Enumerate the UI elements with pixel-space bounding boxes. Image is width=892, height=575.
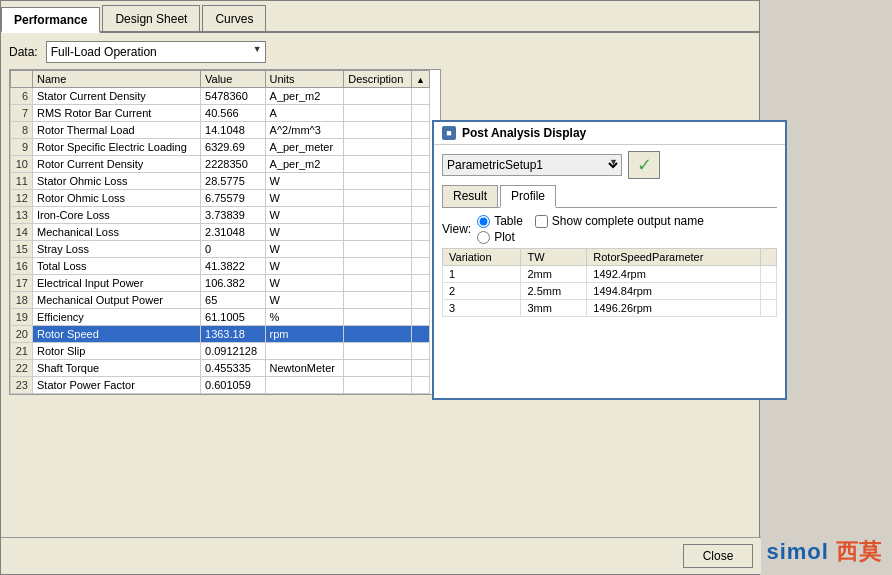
table-row[interactable]: 11 Stator Ohmic Loss 28.5775 W [11,173,430,190]
bottom-bar: Close [1,537,761,574]
table-row[interactable]: 6 Stator Current Density 5478360 A_per_m… [11,88,430,105]
table-row[interactable]: 12 Rotor Ohmic Loss 6.75579 W [11,190,430,207]
show-complete-label: Show complete output name [552,214,704,228]
row-name: Rotor Current Density [33,156,201,173]
row-name: Efficiency [33,309,201,326]
table-row[interactable]: 8 Rotor Thermal Load 14.1048 A^2/mm^3 [11,122,430,139]
radio-table[interactable] [477,215,490,228]
row-desc [344,122,412,139]
inner-col-extra [761,249,777,266]
row-num: 15 [11,241,33,258]
row-value: 0 [201,241,266,258]
table-row[interactable]: 20 Rotor Speed 1363.18 rpm [11,326,430,343]
row-name: Rotor Ohmic Loss [33,190,201,207]
table-row[interactable]: 16 Total Loss 41.3822 W [11,258,430,275]
tab-curves[interactable]: Curves [202,5,266,31]
row-extra [412,326,430,343]
tab-result[interactable]: Result [442,185,498,207]
row-value: 2228350 [201,156,266,173]
row-desc [344,292,412,309]
table-wrapper: Name Value Units Description ▲ 6 Stator … [10,70,440,394]
data-dropdown-wrapper: Full-Load Operation [46,41,266,63]
main-table: Name Value Units Description ▲ 6 Stator … [10,70,430,394]
row-value: 1363.18 [201,326,266,343]
col-units-header: Units [265,71,344,88]
row-desc [344,105,412,122]
table-row[interactable]: 18 Mechanical Output Power 65 W [11,292,430,309]
show-complete-checkbox[interactable] [535,215,548,228]
inner-table: Variation TW RotorSpeedParameter 1 2mm 1… [442,248,777,317]
inner-table-row[interactable]: 3 3mm 1496.26rpm [443,300,777,317]
check-button[interactable]: ✓ [628,151,660,179]
row-extra [412,258,430,275]
row-extra [412,292,430,309]
table-row[interactable]: 7 RMS Rotor Bar Current 40.566 A [11,105,430,122]
data-dropdown[interactable]: Full-Load Operation [46,41,266,63]
close-button[interactable]: Close [683,544,753,568]
post-analysis-body: ParametricSetup1 ✓ Result Profile View: … [434,145,785,323]
row-unit: W [265,224,344,241]
row-unit: NewtonMeter [265,360,344,377]
row-extra [412,156,430,173]
row-unit: A_per_meter [265,139,344,156]
post-analysis-title: Post Analysis Display [462,126,586,140]
table-row[interactable]: 23 Stator Power Factor 0.601059 [11,377,430,394]
table-row[interactable]: 22 Shaft Torque 0.455335 NewtonMeter [11,360,430,377]
inner-row-extra [761,300,777,317]
inner-row-rotor: 1496.26rpm [587,300,761,317]
inner-row-tw: 2.5mm [521,283,587,300]
inner-table-row[interactable]: 1 2mm 1492.4rpm [443,266,777,283]
radio-plot-label: Plot [494,230,515,244]
row-value: 14.1048 [201,122,266,139]
row-unit: A^2/mm^3 [265,122,344,139]
row-desc [344,190,412,207]
row-desc [344,360,412,377]
row-extra [412,343,430,360]
inner-row-rotor: 1492.4rpm [587,266,761,283]
table-row[interactable]: 15 Stray Loss 0 W [11,241,430,258]
row-num: 9 [11,139,33,156]
table-row[interactable]: 19 Efficiency 61.1005 % [11,309,430,326]
row-value: 0.455335 [201,360,266,377]
radio-group: Table Show complete output name Plot [477,214,704,244]
row-value: 6329.69 [201,139,266,156]
table-row[interactable]: 14 Mechanical Loss 2.31048 W [11,224,430,241]
row-num: 12 [11,190,33,207]
inner-table-row[interactable]: 2 2.5mm 1494.84rpm [443,283,777,300]
setup-dropdown[interactable]: ParametricSetup1 [442,154,622,176]
row-name: Rotor Slip [33,343,201,360]
row-extra [412,173,430,190]
table-row[interactable]: 21 Rotor Slip 0.0912128 [11,343,430,360]
table-row[interactable]: 9 Rotor Specific Electric Loading 6329.6… [11,139,430,156]
row-extra [412,275,430,292]
inner-row-variation: 1 [443,266,521,283]
row-unit: % [265,309,344,326]
row-num: 20 [11,326,33,343]
tab-design-sheet[interactable]: Design Sheet [102,5,200,31]
table-row[interactable]: 10 Rotor Current Density 2228350 A_per_m… [11,156,430,173]
row-desc [344,156,412,173]
row-value: 61.1005 [201,309,266,326]
row-name: Stator Power Factor [33,377,201,394]
row-unit: rpm [265,326,344,343]
row-unit: W [265,207,344,224]
table-row[interactable]: 13 Iron-Core Loss 3.73839 W [11,207,430,224]
inner-row-variation: 2 [443,283,521,300]
row-num: 6 [11,88,33,105]
row-num: 13 [11,207,33,224]
row-desc [344,139,412,156]
inner-row-extra [761,283,777,300]
radio-plot[interactable] [477,231,490,244]
row-value: 40.566 [201,105,266,122]
row-desc [344,343,412,360]
data-label: Data: [9,45,38,59]
tab-profile[interactable]: Profile [500,185,556,208]
row-extra [412,360,430,377]
col-name-header: Name [33,71,201,88]
row-unit: W [265,275,344,292]
tab-performance[interactable]: Performance [1,7,100,33]
simol-chinese: 西莫 [836,539,882,564]
row-num: 14 [11,224,33,241]
table-row[interactable]: 17 Electrical Input Power 106.382 W [11,275,430,292]
row-extra [412,224,430,241]
